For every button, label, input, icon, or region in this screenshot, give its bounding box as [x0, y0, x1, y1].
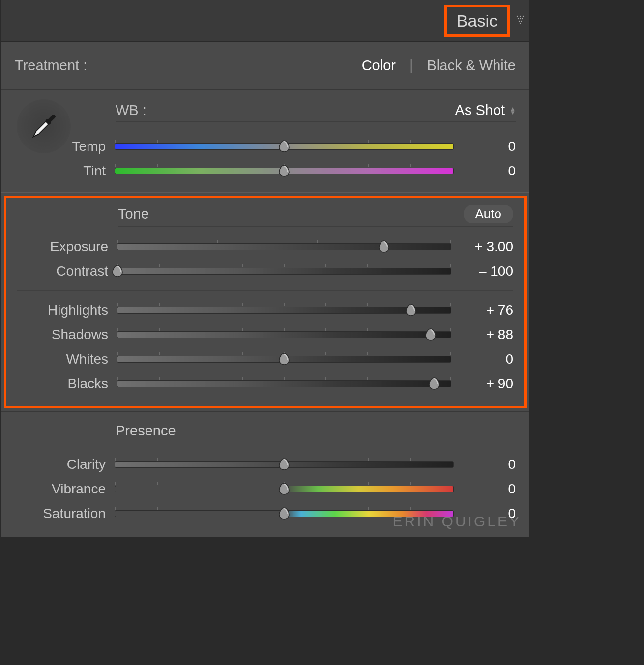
- saturation-thumb[interactable]: [278, 507, 291, 520]
- clarity-row: Clarity 0: [15, 452, 516, 477]
- highlights-label: Highlights: [17, 302, 108, 318]
- svg-point-6: [519, 20, 520, 21]
- highlights-slider[interactable]: [117, 307, 451, 314]
- contrast-slider[interactable]: [117, 268, 451, 275]
- presence-section: Presence Clarity 0 Vibrance 0: [1, 411, 529, 537]
- shadows-value[interactable]: + 88: [460, 327, 513, 343]
- white-balance-section: WB : As Shot ▲▼ Temp 0 Tint: [1, 89, 529, 193]
- saturation-row: Saturation 0: [15, 501, 516, 526]
- auto-button[interactable]: Auto: [464, 205, 514, 223]
- clarity-slider[interactable]: [115, 461, 454, 468]
- treatment-bw[interactable]: Black & White: [427, 58, 516, 74]
- svg-point-7: [521, 20, 522, 21]
- blacks-row: Blacks + 90: [17, 372, 513, 396]
- contrast-row: Contrast – 100: [17, 259, 513, 284]
- shadows-slider[interactable]: [117, 331, 451, 338]
- clarity-thumb[interactable]: [278, 458, 291, 470]
- svg-point-1: [520, 15, 521, 16]
- svg-point-5: [522, 18, 523, 19]
- tint-label: Tint: [15, 163, 106, 179]
- panel-header: Basic: [1, 0, 529, 42]
- treatment-section: Treatment : Color | Black & White: [1, 42, 529, 89]
- clarity-value[interactable]: 0: [463, 457, 516, 472]
- saturation-label: Saturation: [15, 506, 106, 521]
- exposure-label: Exposure: [17, 239, 108, 255]
- clarity-label: Clarity: [15, 457, 106, 472]
- temp-row: Temp 0: [15, 134, 516, 159]
- whites-label: Whites: [17, 351, 108, 367]
- blacks-thumb[interactable]: [428, 377, 440, 390]
- saturation-value[interactable]: 0: [463, 506, 516, 521]
- vibrance-label: Vibrance: [15, 481, 106, 497]
- highlights-thumb[interactable]: [405, 303, 417, 316]
- wb-selected-value: As Shot: [455, 102, 505, 118]
- whites-thumb[interactable]: [278, 352, 291, 365]
- vibrance-slider[interactable]: [115, 486, 454, 492]
- treatment-color[interactable]: Color: [362, 58, 396, 74]
- blacks-slider[interactable]: [117, 380, 451, 387]
- exposure-slider[interactable]: [117, 243, 451, 250]
- contrast-label: Contrast: [17, 263, 108, 279]
- whites-row: Whites 0: [17, 347, 513, 372]
- tone-section: Tone Auto Exposure + 3.00 Contrast – 100: [4, 196, 527, 408]
- whites-value[interactable]: 0: [460, 351, 513, 367]
- vibrance-row: Vibrance 0: [15, 477, 516, 501]
- panel-title[interactable]: Basic: [444, 5, 510, 37]
- eyedropper-tool[interactable]: [17, 99, 71, 153]
- treatment-divider: |: [410, 58, 413, 74]
- svg-point-4: [520, 18, 521, 19]
- tint-thumb[interactable]: [278, 164, 291, 177]
- eyedropper-icon: [24, 107, 63, 146]
- blacks-value[interactable]: + 90: [460, 376, 513, 392]
- wb-label: WB :: [116, 102, 146, 118]
- contrast-value[interactable]: – 100: [460, 263, 513, 279]
- wb-preset-dropdown[interactable]: As Shot ▲▼: [455, 102, 516, 118]
- shadows-label: Shadows: [17, 327, 108, 343]
- svg-point-2: [523, 15, 524, 16]
- svg-marker-11: [32, 121, 49, 138]
- treatment-label: Treatment :: [15, 58, 87, 74]
- highlights-row: Highlights + 76: [17, 298, 513, 322]
- tint-row: Tint 0: [15, 159, 516, 183]
- tint-value[interactable]: 0: [463, 163, 516, 179]
- svg-point-3: [518, 18, 519, 19]
- svg-point-8: [520, 23, 521, 24]
- highlights-value[interactable]: + 76: [460, 302, 513, 318]
- exposure-thumb[interactable]: [378, 240, 390, 253]
- temp-thumb[interactable]: [278, 140, 291, 152]
- vibrance-thumb[interactable]: [278, 482, 291, 495]
- panel-menu-icon[interactable]: [516, 15, 525, 27]
- shadows-row: Shadows + 88: [17, 322, 513, 347]
- whites-slider[interactable]: [117, 356, 451, 363]
- presence-heading: Presence: [116, 423, 176, 439]
- updown-icon: ▲▼: [510, 107, 516, 115]
- svg-point-0: [517, 15, 518, 16]
- exposure-value[interactable]: + 3.00: [460, 239, 513, 255]
- saturation-slider[interactable]: [115, 510, 454, 517]
- temp-slider[interactable]: [115, 143, 454, 150]
- tint-slider[interactable]: [115, 168, 454, 174]
- blacks-label: Blacks: [17, 376, 108, 392]
- tone-divider: [17, 290, 513, 291]
- temp-value[interactable]: 0: [463, 139, 516, 154]
- shadows-thumb[interactable]: [424, 328, 437, 341]
- contrast-thumb[interactable]: [111, 264, 124, 277]
- exposure-row: Exposure + 3.00: [17, 234, 513, 259]
- basic-panel: Basic Treatment : Color | Black & White: [1, 0, 529, 537]
- vibrance-value[interactable]: 0: [463, 481, 516, 497]
- tone-heading: Tone: [118, 206, 149, 222]
